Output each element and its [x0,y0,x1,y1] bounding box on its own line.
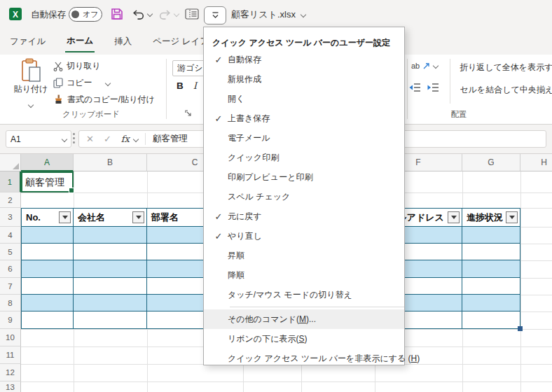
redo-button[interactable] [158,8,179,20]
menu-item-redo[interactable]: ✓やり直し [204,226,404,246]
menu-item-print-preview[interactable]: 印刷プレビューと印刷 [204,167,404,187]
column-header-g[interactable]: G [462,154,520,172]
excel-logo-icon: X [8,7,22,21]
wrap-text-button[interactable]: 折り返して全体を表示する [455,62,552,74]
redo-chevron-icon[interactable] [174,11,179,17]
active-cell-selection [21,172,74,192]
row-header-6[interactable]: 6 [0,260,21,278]
italic-button[interactable]: I [193,80,197,91]
row-header-5[interactable]: 5 [0,244,21,260]
formula-bar-splitter[interactable] [73,133,75,135]
document-title[interactable]: 顧客リスト.xlsx [231,8,305,21]
menu-item-sort-descending[interactable]: 降順 [204,265,404,285]
fill-handle[interactable] [69,188,74,193]
row-header-8[interactable]: 8 [0,295,21,312]
cut-button[interactable]: 切り取り [53,60,101,72]
menu-item-sort-ascending[interactable]: 昇順 [204,246,404,265]
paste-icon [20,58,41,83]
group-separator [166,59,167,119]
paste-chevron-icon [28,102,34,108]
formula-value: 顧客管理 [153,133,188,145]
menu-item-touch-mouse-mode[interactable]: タッチ/マウス モードの切り替え [204,285,404,304]
tab-insert[interactable]: 挿入 [113,31,133,52]
increase-indent-icon[interactable] [427,83,439,92]
filter-button[interactable] [506,211,518,223]
tab-home[interactable]: ホーム [65,31,95,52]
filter-button[interactable] [59,211,71,223]
menu-item-quick-print[interactable]: クイック印刷 [204,148,404,167]
name-box-value: A1 [11,134,21,144]
column-header-b[interactable]: B [74,154,147,172]
menu-item-hide-qat[interactable]: クイック アクセス ツール バーを非表示にする (H) [204,349,404,368]
filter-button[interactable] [448,211,460,223]
undo-chevron-icon[interactable] [147,11,153,17]
autosave-toggle[interactable]: オフ [69,7,102,22]
filename-chevron-icon [301,12,306,18]
row-header-7[interactable]: 7 [0,278,21,295]
menu-item-open[interactable]: 開く [204,89,404,108]
format-painter-label: 書式のコピー/貼り付け [67,94,155,106]
row-header-1[interactable]: 1 [0,172,21,192]
scissors-icon [53,62,63,71]
copy-chevron-icon [104,80,110,85]
copy-button[interactable]: コピー [53,77,110,89]
table-resize-handle[interactable] [518,326,523,331]
paste-label: 貼り付け [11,83,50,95]
menu-item-save[interactable]: ✓上書き保存 [204,108,404,128]
menu-item-spell-check[interactable]: スペル チェック [204,187,404,206]
select-all-corner[interactable] [0,154,21,172]
tab-file[interactable]: ファイル [8,31,47,52]
svg-text:X: X [13,10,18,20]
decrease-indent-icon[interactable] [408,83,421,92]
row-header-11[interactable]: 11 [0,346,21,364]
column-header-h[interactable]: H [520,154,552,172]
row-header-3[interactable]: 3 [0,208,21,227]
bold-button[interactable]: B [177,80,184,91]
menu-item-more-commands[interactable]: その他のコマンド(M)... [204,309,404,329]
autosave-label: 自動保存 [31,9,66,21]
paste-button[interactable]: 貼り付け [11,58,50,110]
merge-center-button[interactable]: セルを結合して中央揃え [455,84,552,96]
group-separator [407,59,408,119]
row-header-10[interactable]: 10 [0,329,21,346]
format-painter-button[interactable]: 書式のコピー/貼り付け [53,94,155,106]
filter-arrow-icon [136,216,142,219]
orientation-chevron-icon [433,63,439,69]
menu-item-show-below-ribbon[interactable]: リボンの下に表示(S) [204,329,404,349]
orientation-button[interactable]: ab [411,62,438,70]
qat-customize-button[interactable] [204,6,226,24]
table-header-progress[interactable]: 進捗状況 [462,209,520,226]
enter-icon[interactable]: ✓ [104,134,111,144]
filter-button[interactable] [132,211,144,223]
checkmark-icon: ✓ [209,113,228,124]
menu-separator [230,307,404,307]
name-box[interactable]: A1 [6,130,71,148]
menu-item-undo[interactable]: ✓元に戻す [204,206,404,226]
menu-item-autosave[interactable]: ✓自動保存 [204,50,404,69]
clipboard-dialog-launcher-icon[interactable] [185,110,193,118]
column-header-a[interactable]: A [21,154,74,172]
filename-label: 顧客リスト.xlsx [231,8,296,21]
table-header-no[interactable]: No. [22,209,74,226]
row-header-13[interactable]: 13 [0,382,21,392]
undo-button[interactable] [132,8,152,20]
row-header-4[interactable]: 4 [0,227,21,244]
format-painter-icon [53,94,64,105]
checkmark-icon: ✓ [209,211,228,222]
row-header-12[interactable]: 12 [0,364,21,382]
ribbon-display-options-icon[interactable] [185,8,199,20]
filter-arrow-icon [451,216,457,219]
checkmark-icon: ✓ [209,231,228,241]
wrap-text-label: 折り返して全体を表示する [460,62,552,74]
cancel-icon[interactable]: ✕ [86,134,94,144]
save-icon[interactable] [111,8,123,20]
menu-item-email[interactable]: 電子メール [204,128,404,148]
row-header-2[interactable]: 2 [0,192,21,208]
clipboard-group-label: クリップボード [28,109,154,120]
cut-label: 切り取り [67,60,101,72]
row-header-9[interactable]: 9 [0,312,21,329]
table-header-company[interactable]: 会社名 [74,209,147,226]
menu-item-new[interactable]: 新規作成 [204,69,404,89]
toggle-state-label: オフ [83,9,99,20]
insert-function-icon[interactable]: fx [121,134,130,144]
